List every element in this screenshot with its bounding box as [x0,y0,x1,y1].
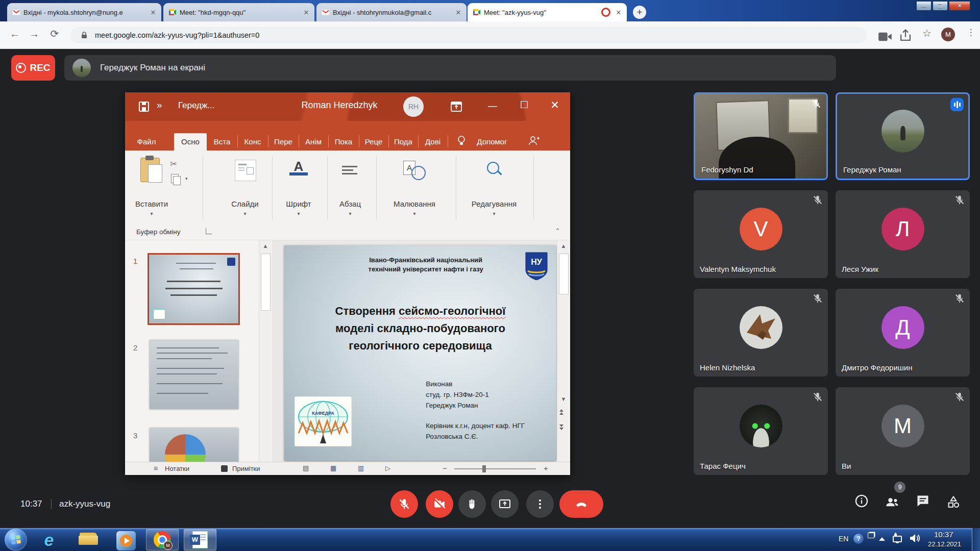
notes-button[interactable]: Нотатки [165,465,189,472]
slide-thumbnail-1[interactable] [148,253,240,325]
show-desktop-button[interactable] [972,528,980,551]
editing-group-label[interactable]: Редагування [463,199,525,208]
zoom-out-icon[interactable]: − [443,464,447,472]
end-call-button[interactable] [559,490,603,518]
paste-group-label[interactable]: Вставити [125,199,182,208]
activities-button[interactable] [946,495,961,511]
window-close-button[interactable]: ✕ [949,1,970,11]
comments-button[interactable]: Примітки [232,465,260,472]
internet-explorer-icon[interactable]: e [40,531,58,549]
camera-toggle-button[interactable] [426,490,453,518]
ribbon-tab-slideshow[interactable]: Пока [329,133,358,151]
previous-slide-button[interactable] [559,409,564,415]
collapse-ribbon-icon[interactable]: ⌃ [555,227,560,235]
copy-dropdown-icon[interactable]: ▾ [185,176,188,181]
participant-tile[interactable]: Л Леся Ужик [836,190,970,278]
participant-tile[interactable]: Д Дмитро Федоришин [836,289,970,377]
ribbon-tab-transitions[interactable]: Пере [269,133,298,151]
ribbon-tab-file[interactable]: Файл [130,133,163,151]
ribbon-display-options-icon[interactable] [451,102,462,112]
participant-tile[interactable]: Гереджук Роман [836,92,970,180]
ppt-account-avatar[interactable]: RH [403,96,424,117]
slides-dropdown-icon[interactable]: ▾ [214,211,276,216]
tray-clock-time[interactable]: 10:37 [934,530,953,539]
tray-expand-icon[interactable] [879,537,885,541]
zoom-in-icon[interactable]: + [544,464,548,472]
paragraph-dropdown-icon[interactable]: ▾ [320,211,381,216]
drawing-icon[interactable]: А [403,160,426,182]
ribbon-tab-view[interactable]: Пода [389,133,417,151]
browser-tab-1[interactable]: Вхідні - mykola.shtohryn@nung.e ✕ [7,3,161,21]
thumbnail-scrollbar[interactable]: ▲ [259,240,272,462]
share-person-icon[interactable] [528,135,540,146]
participant-tile[interactable]: V Valentyn Maksymchuk [694,190,828,278]
paste-clipboard-icon[interactable] [140,158,160,182]
ribbon-tab-review[interactable]: Реце [360,133,387,151]
zoom-slider-track[interactable] [454,468,536,469]
participants-button[interactable] [885,495,899,511]
share-icon[interactable] [898,29,913,43]
scrollbar-thumb[interactable] [559,254,569,294]
start-button[interactable] [5,529,27,551]
slide-thumbnail-3[interactable] [150,428,238,462]
window-restore-button[interactable]: ❐ [933,1,948,11]
tab-close-icon[interactable]: ✕ [615,9,623,16]
ribbon-tab-home[interactable]: Осно [174,133,207,151]
drawing-group-label[interactable]: Малювання [384,199,445,208]
editing-dropdown-icon[interactable]: ▾ [463,211,525,216]
zoom-slider-handle[interactable] [482,465,486,472]
slide-thumbnail-2[interactable] [150,340,238,409]
slide-sorter-icon[interactable]: ▦ [330,464,336,472]
new-slide-icon[interactable] [235,160,256,181]
chat-button[interactable] [916,494,930,510]
participant-tile-self[interactable]: М Ви [836,387,970,475]
cut-scissors-icon[interactable]: ✂ [170,159,177,169]
next-slide-button[interactable] [559,424,564,431]
normal-view-icon[interactable]: ▤ [303,464,309,472]
quick-access-more-icon[interactable]: » [157,99,162,111]
participant-tile-video[interactable]: Fedoryshyn Dd [694,92,828,180]
back-icon[interactable]: ← [7,26,22,41]
scrollbar-thumb[interactable] [261,254,271,311]
forward-icon[interactable]: → [27,26,42,41]
editing-find-icon[interactable] [485,160,505,180]
tab-close-icon[interactable]: ✕ [454,9,462,16]
ppt-minimize-button[interactable]: — [482,101,503,111]
font-icon[interactable]: А [289,159,308,179]
file-explorer-icon[interactable] [79,533,98,545]
ribbon-tab-insert[interactable]: Вста [208,133,236,151]
more-options-button[interactable] [526,490,554,518]
mic-toggle-button[interactable] [390,490,418,518]
tab-close-icon[interactable]: ✕ [149,9,157,16]
dialog-launcher-icon[interactable] [206,228,212,234]
paste-dropdown-icon[interactable]: ▾ [125,211,182,216]
raise-hand-button[interactable] [458,490,486,518]
chrome-taskbar-button[interactable]: M [146,529,179,550]
ppt-close-button[interactable]: ✕ [545,99,565,111]
slideshow-icon[interactable]: ▷ [385,464,390,472]
ribbon-tab-help[interactable]: Дові [419,133,447,151]
browser-tab-2[interactable]: Meet: "hkd-mgqn-qqu" ✕ [163,3,314,21]
paragraph-group-label[interactable]: Абзац [320,199,381,208]
lightbulb-icon[interactable] [457,135,466,146]
scroll-up-icon[interactable]: ▲ [557,240,570,252]
address-bar[interactable]: meet.google.com/azk-yyus-vug?pli=1&authu… [70,27,867,43]
word-taskbar-button[interactable]: W [184,529,216,550]
camera-capture-icon[interactable] [878,30,892,44]
ppt-maximize-button[interactable]: ☐ [514,99,534,111]
window-minimize-button[interactable]: — [916,1,932,11]
ribbon-tab-design[interactable]: Конс [238,133,267,151]
participant-tile[interactable]: Helen Nizhelska [694,289,828,377]
chrome-menu-icon[interactable]: ⋮ [964,27,978,41]
ribbon-tab-tellme[interactable]: Допомог [470,133,514,151]
new-tab-button[interactable]: + [633,6,646,19]
bookmark-star-icon[interactable]: ☆ [920,27,934,41]
language-indicator[interactable]: EN [839,535,848,543]
slide-canvas[interactable]: Івано-Франківський національнийтехнічний… [284,245,556,461]
participant-tile[interactable]: Тарас Фецич [694,387,828,475]
tray-window-icon[interactable] [868,533,874,538]
tray-clock-date[interactable]: 22.12.2021 [928,540,961,548]
scroll-up-icon[interactable]: ▲ [259,240,272,252]
reading-view-icon[interactable]: ▥ [358,464,364,472]
media-player-icon[interactable] [116,531,136,550]
